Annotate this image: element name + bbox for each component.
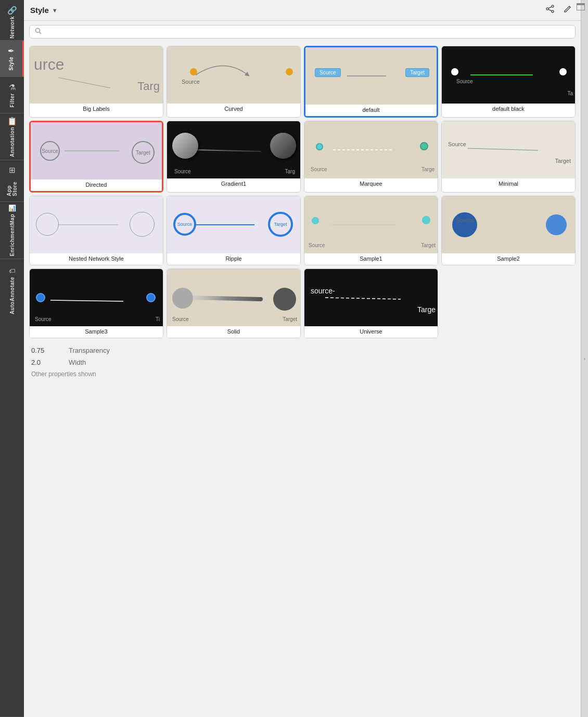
style-card-sample1[interactable]: Source Target Sample1 (304, 196, 438, 265)
sidebar-item-annotation[interactable]: 📋 Annotation (0, 113, 24, 160)
sample3-source-node (36, 293, 45, 302)
style-card-default-black[interactable]: Source Ta default black (441, 46, 576, 118)
universe-edge (304, 269, 438, 326)
marquee-target-node (420, 142, 428, 150)
header-actions (543, 3, 574, 17)
search-input[interactable] (46, 28, 570, 36)
right-edge-handle[interactable]: › (581, 0, 588, 717)
minimal-source-label: Source (448, 141, 466, 147)
style-card-marquee[interactable]: Source Targe Marquee (304, 121, 438, 193)
directed-target-node: Target (132, 141, 155, 164)
universe-target-label: Targe (417, 305, 436, 314)
network-icon: 🔗 (7, 6, 17, 15)
gradient1-source-node (172, 133, 198, 159)
sidebar-item-autoannotate[interactable]: 🏷 AutoAnnotate (0, 259, 24, 717)
marquee-source-label: Source (311, 167, 327, 172)
solid-target-node (273, 288, 296, 311)
minimal-target-label: Target (555, 158, 571, 164)
sidebar-label-autoannotate: AutoAnnotate (9, 277, 15, 314)
style-card-sample3[interactable]: Source Ti Sample3 (29, 268, 163, 338)
gradient1-source-label: Source (174, 169, 191, 174)
style-label-universe: Universe (304, 326, 438, 338)
svg-point-1 (546, 8, 548, 10)
svg-line-13 (468, 148, 538, 150)
transparency-value: 0.75 (31, 347, 62, 354)
style-icon: ✒ (8, 46, 15, 56)
sidebar-item-style[interactable]: ✒ Style (0, 41, 24, 77)
width-row: 2.0 Width (31, 358, 573, 366)
style-preview-sample3: Source Ti (30, 269, 163, 326)
big-labels-edge (30, 46, 163, 104)
style-card-universe[interactable]: source- Targe Universe (304, 268, 438, 338)
sidebar-item-filter[interactable]: ⚗ Filter (0, 77, 24, 113)
sidebar: 🔗 Network ✒ Style ⚗ Filter 📋 Annotation … (0, 0, 24, 717)
default-black-target-node (559, 68, 567, 75)
style-card-solid[interactable]: Source Target Solid (167, 268, 301, 338)
style-card-gradient1[interactable]: Source Targ Gradient1 (167, 121, 301, 193)
title-dropdown-arrow[interactable]: ▼ (52, 7, 58, 14)
style-preview-marquee: Source Targe (304, 121, 438, 178)
style-label-default-black: default black (442, 104, 575, 115)
style-card-big-labels[interactable]: urce Targ Big Labels (29, 46, 163, 118)
style-label-gradient1: Gradient1 (167, 178, 300, 190)
solid-source-node (172, 288, 193, 309)
svg-line-11 (196, 150, 261, 151)
style-preview-minimal: Source Target (442, 121, 575, 178)
panel-header: Style ▼ (24, 0, 581, 21)
style-card-ripple[interactable]: Source Target Ripple (167, 196, 301, 265)
panel-title: Style ▼ (30, 6, 58, 15)
window-maximize-button[interactable] (577, 3, 581, 10)
style-preview-universe: source- Targe (304, 269, 438, 326)
style-label-sample2: Sample2 (442, 253, 575, 265)
ripple-source-node: Source (173, 213, 196, 236)
sidebar-item-appstore[interactable]: ⊞ App Store (0, 160, 24, 202)
marquee-target-label: Targe (421, 167, 434, 172)
sidebar-item-network[interactable]: 🔗 Network (0, 4, 24, 41)
style-preview-curved: Source (167, 46, 300, 104)
style-preview-solid: Source Target (167, 269, 300, 326)
sidebar-item-enrichmentmap[interactable]: 📊 EnrichmentMap (0, 202, 24, 259)
search-bar (24, 21, 581, 43)
sample3-target-node (146, 293, 156, 302)
style-label-sample1: Sample1 (304, 253, 438, 265)
curved-edge (167, 46, 300, 104)
style-preview-default: Source Target (305, 47, 437, 105)
share-button[interactable] (543, 3, 557, 17)
sidebar-label-network: Network (9, 16, 15, 39)
style-preview-ripple: Source Target (167, 196, 300, 253)
style-label-sample3: Sample3 (30, 326, 163, 338)
sample3-source-label: Source (35, 316, 52, 322)
style-card-directed[interactable]: Source Target Directed (29, 121, 163, 193)
style-card-curved[interactable]: Source Curved (167, 46, 301, 118)
style-label-marquee: Marquee (304, 178, 438, 190)
transparency-row: 0.75 Transparency (31, 347, 573, 354)
style-card-default[interactable]: Source Target default (304, 46, 438, 118)
properties-section: 0.75 Transparency 2.0 Width Other proper… (24, 341, 581, 383)
style-card-sample2[interactable]: Source Sample2 (441, 196, 576, 265)
svg-line-3 (548, 7, 552, 8)
sidebar-label-annotation: Annotation (9, 127, 15, 157)
nested-target-node (130, 212, 155, 237)
gradient1-target-label: Targ (285, 169, 295, 174)
width-value: 2.0 (31, 358, 62, 366)
svg-line-7 (58, 78, 110, 88)
style-label-minimal: Minimal (442, 178, 575, 190)
sample1-target-label: Target (421, 242, 436, 248)
style-preview-default-black: Source Ta (442, 46, 575, 104)
sample1-target-node (422, 216, 430, 224)
edit-button[interactable] (561, 3, 574, 17)
curved-source-node (190, 68, 197, 75)
style-preview-sample2: Source (442, 196, 575, 253)
default-black-source-node (451, 68, 458, 75)
directed-source-node: Source (40, 141, 60, 161)
default-source-node: Source (315, 68, 341, 77)
styles-grid: urce Targ Big Labels (24, 43, 581, 341)
annotation-icon: 📋 (7, 117, 17, 126)
universe-source-label: source- (311, 287, 335, 295)
svg-point-0 (552, 5, 554, 7)
style-card-nested-network-style[interactable]: Nested Network Style (29, 196, 163, 265)
minimal-edge (442, 121, 575, 178)
sidebar-label-enrichmentmap: EnrichmentMap (9, 214, 15, 257)
style-card-minimal[interactable]: Source Target Minimal (441, 121, 576, 193)
solid-target-label: Target (283, 316, 297, 322)
